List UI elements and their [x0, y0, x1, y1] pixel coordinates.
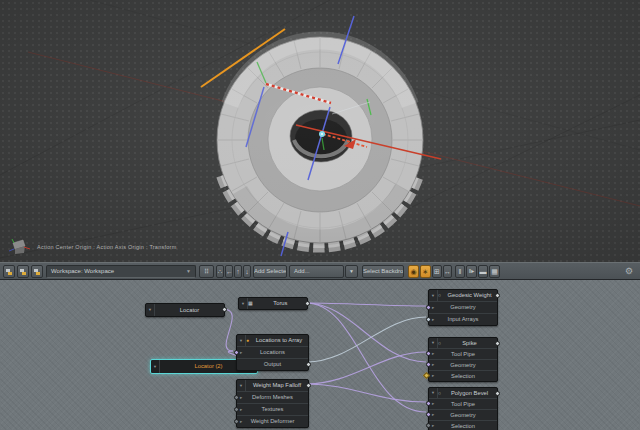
output-row[interactable]: Output: [237, 358, 308, 370]
schematic-toolbar: ▼ Workspace: Workspace ⠿ ∴ ← ↑ ↓ Add Sel…: [0, 262, 640, 280]
expand-icon[interactable]: ▼: [429, 290, 438, 301]
geometry-input-port[interactable]: [426, 412, 431, 417]
overlay-toggle-button[interactable]: ◉: [408, 265, 419, 278]
operator-icon: ○: [438, 290, 441, 301]
input-arrow-icon: ▸: [432, 399, 434, 409]
operator-icon: ○: [438, 338, 441, 348]
expand-icon[interactable]: ▼: [146, 304, 155, 316]
grid-view-button[interactable]: ⊞: [432, 265, 442, 278]
input-arrow-icon: ▸: [432, 349, 434, 359]
fit-width-button[interactable]: ↔: [443, 265, 452, 278]
mesh-icon: ▦: [248, 298, 253, 309]
nav-back-button[interactable]: ←: [225, 265, 233, 278]
node-add-icon: [4, 266, 14, 277]
solo-button[interactable]: ▬: [478, 265, 488, 278]
nav-down-button[interactable]: ↓: [243, 265, 251, 278]
node-weight-map-falloff[interactable]: ▼ Weight Map Falloff ▸ Deform Meshes ▸ T…: [236, 379, 309, 428]
expand-icon[interactable]: ▼: [239, 298, 248, 309]
operator-icon: ○: [438, 388, 441, 398]
input-row-geometry[interactable]: ▸ Geometry: [429, 409, 497, 420]
input-arrow-icon: ▸: [240, 416, 242, 427]
add-dropdown-button[interactable]: ▼: [345, 265, 358, 278]
node-torus[interactable]: ▼ ▦ Torus: [238, 297, 308, 310]
expand-icon[interactable]: ▼: [237, 335, 246, 346]
node-unlink-icon: [32, 266, 42, 277]
node-geodesic-weight[interactable]: ▼ ○ Geodesic Weight ▸ Geometry ▸ Input A…: [428, 289, 498, 326]
textures-port[interactable]: [234, 407, 239, 412]
add-selected-button[interactable]: Add Selected: [253, 265, 287, 278]
snap-toggle-button[interactable]: ∗: [420, 265, 431, 278]
input-row-tool-pipe[interactable]: ▸ Tool Pipe: [429, 348, 497, 359]
viewport-vignette: [0, 0, 640, 262]
frame-selected-button[interactable]: ∴: [216, 265, 224, 278]
input-row-weight-deformer[interactable]: ▸ Weight Deformer: [237, 415, 308, 427]
schematic-view[interactable]: [0, 280, 640, 430]
input-row-input-arrays[interactable]: ▸ Input Arrays: [429, 313, 497, 325]
unlink-nodes-button[interactable]: [31, 265, 43, 278]
output-port[interactable]: [495, 293, 500, 298]
gear-icon[interactable]: ⚙: [625, 264, 638, 279]
add-node-button[interactable]: [3, 265, 15, 278]
axis-cube-icon: [6, 238, 30, 256]
pause-button[interactable]: ‖: [455, 265, 465, 278]
node-polygon-bevel[interactable]: ▼ ○ Polygon Bevel ▸ Tool Pipe ▸ Geometry…: [428, 387, 498, 430]
input-row-selection[interactable]: ▸ Selection: [429, 420, 497, 430]
3d-viewport[interactable]: Action Center Origin : Action Axis Origi…: [0, 0, 640, 262]
output-port[interactable]: [495, 341, 500, 346]
add-button[interactable]: Add...: [289, 265, 344, 278]
locations-input-port[interactable]: [234, 350, 239, 355]
output-port[interactable]: [305, 301, 310, 306]
workspace-selector[interactable]: ▼ Workspace: Workspace: [46, 265, 196, 278]
selection-port[interactable]: [426, 423, 431, 428]
node-spike[interactable]: ▼ ○ Spike ▸ Tool Pipe ▸ Geometry ▸ Selec…: [428, 337, 498, 382]
geometry-input-port[interactable]: [426, 362, 431, 367]
input-row-selection[interactable]: ▸ Selection: [429, 370, 497, 381]
node-link-icon: [18, 266, 28, 277]
input-row-geometry[interactable]: ▸ Geometry: [429, 359, 497, 370]
input-arrow-icon: ▸: [432, 371, 434, 381]
nav-up-button[interactable]: ↑: [234, 265, 242, 278]
modo-window: Action Center Origin : Action Axis Origi…: [0, 0, 640, 430]
input-arrow-icon: ▸: [240, 347, 242, 358]
input-row-textures[interactable]: ▸ Textures: [237, 403, 308, 415]
input-arrow-icon: ▸: [432, 314, 434, 325]
input-arrow-icon: ▸: [432, 421, 434, 430]
input-row-deform-meshes[interactable]: ▸ Deform Meshes: [237, 391, 308, 403]
deform-meshes-port[interactable]: [234, 395, 239, 400]
input-row-tool-pipe[interactable]: ▸ Tool Pipe: [429, 398, 497, 409]
select-backdrop-button[interactable]: Select Backdrop: [362, 265, 404, 278]
input-arrow-icon: ▸: [240, 392, 242, 403]
input-arrow-icon: ▸: [432, 360, 434, 370]
output-port[interactable]: [222, 307, 227, 312]
expand-icon[interactable]: ▼: [429, 338, 438, 348]
expand-icon[interactable]: ▼: [237, 380, 246, 391]
tool-pipe-port[interactable]: [426, 351, 431, 356]
input-arrays-port[interactable]: [426, 317, 431, 322]
array-output-port[interactable]: [306, 362, 311, 367]
node-locator[interactable]: ▼ Locator: [145, 303, 225, 317]
expand-icon[interactable]: ▼: [151, 360, 160, 373]
layout-button[interactable]: ▦: [489, 265, 500, 278]
viewport-status-bar: Action Center Origin : Action Axis Origi…: [6, 238, 177, 256]
weight-deformer-port[interactable]: [234, 419, 239, 424]
tool-pipe-port[interactable]: [426, 401, 431, 406]
input-row-geometry[interactable]: ▸ Geometry: [429, 301, 497, 313]
geometry-input-port[interactable]: [426, 305, 431, 310]
expand-icon[interactable]: ▼: [429, 388, 438, 398]
thumbnail-mode-button[interactable]: ⠿: [199, 265, 214, 278]
input-row-locations[interactable]: ▸ Locations: [237, 346, 308, 358]
input-arrow-icon: ▸: [240, 404, 242, 415]
link-nodes-button[interactable]: [17, 265, 29, 278]
falloff-output-port[interactable]: [306, 383, 311, 388]
chevron-down-icon: ▼: [186, 266, 191, 277]
action-center-status: Action Center Origin : Action Axis Origi…: [37, 244, 177, 250]
output-port[interactable]: [495, 391, 500, 396]
array-icon: ●: [246, 335, 249, 346]
step-button[interactable]: ‖▸: [466, 265, 477, 278]
input-arrow-icon: ▸: [432, 410, 434, 420]
input-arrow-icon: ▸: [432, 302, 434, 313]
node-locations-to-array[interactable]: ▼ ● Locations to Array ▸ Locations Outpu…: [236, 334, 309, 371]
